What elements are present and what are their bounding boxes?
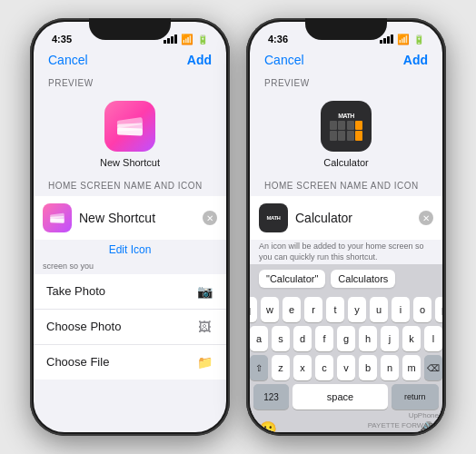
key-c[interactable]: c xyxy=(315,355,333,380)
menu-item-choose-photo[interactable]: Choose Photo 🖼 xyxy=(34,310,226,345)
key-n[interactable]: n xyxy=(381,355,399,380)
nav-left: Cancel Add xyxy=(34,49,226,74)
input-row-right: MATH Calculator ✕ xyxy=(250,196,442,240)
wifi-icon-right: 📶 xyxy=(397,34,410,45)
bar2 xyxy=(167,38,170,44)
key-shift[interactable]: ⇧ xyxy=(250,355,268,380)
key-a[interactable]: a xyxy=(250,326,268,351)
cancel-button-right[interactable]: Cancel xyxy=(264,53,304,67)
preview-area-right: MATH Calculator xyxy=(250,94,442,177)
key-row-4: 123 space return xyxy=(253,384,439,410)
calc-grid xyxy=(330,121,362,141)
key-x[interactable]: x xyxy=(293,355,312,380)
time-left: 4:35 xyxy=(52,34,72,44)
key-p[interactable]: p xyxy=(435,297,442,322)
home-screen-label-left: HOME SCREEN NAME AND ICON xyxy=(34,177,226,196)
menu-item-choose-file[interactable]: Choose File 📁 xyxy=(34,345,226,380)
menu-item-take-photo[interactable]: Take Photo 📷 xyxy=(34,274,226,310)
key-123[interactable]: 123 xyxy=(253,384,289,410)
bar4r xyxy=(391,35,393,44)
cell7 xyxy=(347,131,354,140)
watermark-line1: UpPhone xyxy=(368,411,439,420)
watermark-line2: PAYETTE FORWARD xyxy=(368,421,439,430)
key-backspace[interactable]: ⌫ xyxy=(424,355,442,380)
key-k[interactable]: k xyxy=(402,326,421,351)
key-s[interactable]: s xyxy=(272,326,290,351)
cell4 xyxy=(355,121,362,130)
key-r[interactable]: r xyxy=(304,297,322,322)
calculator-preview-icon: MATH xyxy=(321,101,372,152)
take-photo-label: Take Photo xyxy=(46,284,105,298)
edit-icon-label[interactable]: Edit Icon xyxy=(109,243,152,256)
shortcut-preview-name: New Shortcut xyxy=(100,157,160,168)
key-i[interactable]: i xyxy=(392,297,410,322)
menu-list: Take Photo 📷 Choose Photo 🖼 Choose File … xyxy=(34,274,226,380)
calculator-preview-name: Calculator xyxy=(323,157,369,168)
hint-right: An icon will be added to your home scree… xyxy=(250,240,442,264)
phone-right: 4:36 📶 🔋 Cancel Add PREVIEW xyxy=(246,18,446,436)
key-o[interactable]: o xyxy=(413,297,431,322)
key-v[interactable]: v xyxy=(337,355,355,380)
key-q[interactable]: q xyxy=(250,297,257,322)
status-icons-right: 📶 🔋 xyxy=(380,34,424,45)
photo-icon: 🖼 xyxy=(195,318,213,336)
cell3 xyxy=(347,121,354,130)
bar3 xyxy=(171,36,174,44)
clear-button-right[interactable]: ✕ xyxy=(419,211,433,225)
key-l[interactable]: l xyxy=(424,326,442,351)
key-w[interactable]: w xyxy=(261,297,279,322)
suggestion-calculators[interactable]: Calculators xyxy=(331,270,395,288)
key-d[interactable]: d xyxy=(293,326,312,351)
cell6 xyxy=(338,131,345,140)
key-e[interactable]: e xyxy=(283,297,301,322)
scene: 4:35 📶 🔋 Cancel Add PREVIEW xyxy=(30,18,446,436)
screen-right: 4:36 📶 🔋 Cancel Add PREVIEW xyxy=(250,22,442,432)
cell5 xyxy=(330,131,337,140)
key-y[interactable]: y xyxy=(348,297,366,322)
key-j[interactable]: j xyxy=(381,326,399,351)
nav-right: Cancel Add xyxy=(250,49,442,74)
choose-photo-label: Choose Photo xyxy=(46,320,121,333)
math-text: MATH xyxy=(338,113,354,119)
bar2r xyxy=(383,38,386,44)
key-row-1: q w e r t y u i o p xyxy=(253,297,439,322)
edit-icon-row: Edit Icon xyxy=(34,240,226,260)
battery-icon: 🔋 xyxy=(197,35,208,44)
status-bar-right: 4:36 📶 🔋 xyxy=(250,22,442,49)
preview-label-right: PREVIEW xyxy=(250,74,442,94)
key-b[interactable]: b xyxy=(359,355,377,380)
key-t[interactable]: t xyxy=(326,297,344,322)
shortcut-input-svg xyxy=(48,209,66,227)
preview-label-left: PREVIEW xyxy=(34,74,226,94)
shortcut-svg xyxy=(114,110,146,143)
screen-left: 4:35 📶 🔋 Cancel Add PREVIEW xyxy=(34,22,226,432)
preview-area-left: New Shortcut xyxy=(34,94,226,177)
suggestions-row: "Calculator" Calculators xyxy=(250,264,442,293)
cancel-button-left[interactable]: Cancel xyxy=(48,53,88,67)
key-h[interactable]: h xyxy=(359,326,377,351)
calculator-name-input[interactable]: Calculator xyxy=(295,211,412,225)
cell1 xyxy=(330,121,337,130)
choose-file-label: Choose File xyxy=(46,355,109,369)
key-space[interactable]: space xyxy=(293,384,388,410)
key-row-2: a s d f g h j k l xyxy=(253,326,439,351)
key-f[interactable]: f xyxy=(315,326,333,351)
key-return[interactable]: return xyxy=(392,384,439,410)
key-u[interactable]: u xyxy=(370,297,388,322)
cell8 xyxy=(355,131,362,140)
input-icon-right: MATH xyxy=(259,203,288,232)
input-icon-left xyxy=(43,203,72,232)
key-g[interactable]: g xyxy=(337,326,355,351)
cell2 xyxy=(338,121,345,130)
calc-input-icon: MATH xyxy=(267,215,281,221)
clear-button-left[interactable]: ✕ xyxy=(203,211,217,225)
add-button-left[interactable]: Add xyxy=(187,53,212,67)
key-m[interactable]: m xyxy=(402,355,421,380)
emoji-icon[interactable]: 🙂 xyxy=(259,420,277,432)
key-z[interactable]: z xyxy=(272,355,290,380)
suggestion-calculator-quoted[interactable]: "Calculator" xyxy=(259,270,325,288)
add-button-right[interactable]: Add xyxy=(403,53,428,67)
shortcut-name-input[interactable]: New Shortcut xyxy=(79,211,195,225)
svg-rect-2 xyxy=(117,128,143,136)
watermark: UpPhone PAYETTE FORWARD xyxy=(368,411,439,430)
